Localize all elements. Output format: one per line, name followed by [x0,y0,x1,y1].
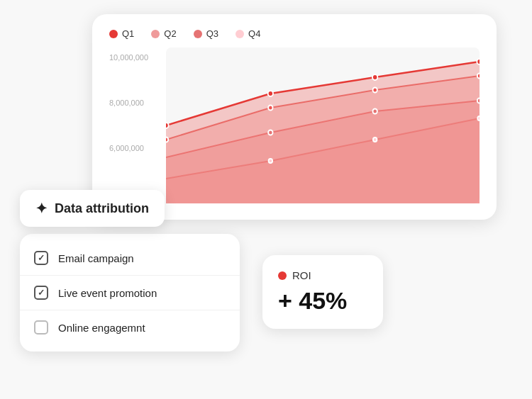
svg-point-13 [268,130,272,135]
legend-label-q3: Q3 [206,28,218,39]
y-label-2: 8,000,000 [109,99,148,107]
legend-q3: Q3 [194,28,218,39]
legend-label-q1: Q1 [122,28,134,39]
legend-label-q4: Q4 [248,28,260,39]
chart-area: 10,000,000 8,000,000 6,000,000 4,000,000 [109,47,480,203]
svg-point-8 [477,59,480,64]
checklist-item-2: ✓ Live event promotion [20,275,240,310]
legend-q2: Q2 [151,28,176,39]
svg-point-10 [268,106,272,111]
checklist-label-1: Email campaign [58,252,134,264]
legend-dot-q1 [109,30,118,38]
svg-point-17 [373,137,377,142]
checkbox-2[interactable]: ✓ [34,286,48,300]
checklist-label-2: Live event promotion [58,287,157,299]
svg-point-11 [372,88,377,93]
roi-value: + 45% [278,287,367,315]
y-label-3: 6,000,000 [109,144,148,152]
chart-card: Q1 Q2 Q3 Q4 10,000,000 8,000,000 6,000,0… [92,14,497,220]
checklist-card: ✓ Email campaign ✓ Live event promotion … [20,234,240,352]
data-attribution-badge: ✦ Data attribution [20,190,165,227]
legend-q1: Q1 [109,28,134,39]
checklist-label-3: Online engagemnt [58,322,145,334]
attribution-icon: ✦ [35,200,48,217]
svg-point-9 [166,137,168,142]
roi-dot [278,271,287,280]
svg-point-7 [372,74,377,80]
roi-header: ROI [278,269,367,281]
svg-point-15 [477,99,480,103]
scene: Q1 Q2 Q3 Q4 10,000,000 8,000,000 6,000,0… [0,0,532,399]
attribution-label: Data attribution [55,201,149,216]
svg-point-18 [477,116,480,120]
chart-legend: Q1 Q2 Q3 Q4 [109,28,480,39]
svg-point-14 [372,109,377,114]
roi-label: ROI [292,269,311,281]
legend-label-q2: Q2 [164,28,176,39]
checklist-item-1: ✓ Email campaign [20,241,240,275]
legend-dot-q3 [194,30,202,38]
chart-y-labels: 10,000,000 8,000,000 6,000,000 4,000,000 [109,47,148,203]
checkmark-1: ✓ [38,253,45,263]
checkmark-2: ✓ [38,288,45,298]
checklist-item-3: Online engagemnt [20,310,240,344]
checkbox-1[interactable]: ✓ [34,251,48,265]
y-label-1: 10,000,000 [109,53,148,62]
svg-point-6 [268,91,273,96]
svg-point-16 [269,159,273,163]
legend-dot-q2 [151,30,160,38]
roi-card: ROI + 45% [262,255,383,329]
svg-point-12 [477,74,480,79]
legend-q4: Q4 [235,28,260,39]
legend-dot-q4 [235,30,244,38]
checkbox-3[interactable] [34,320,48,335]
svg-point-5 [166,123,169,128]
chart-svg [166,47,480,203]
